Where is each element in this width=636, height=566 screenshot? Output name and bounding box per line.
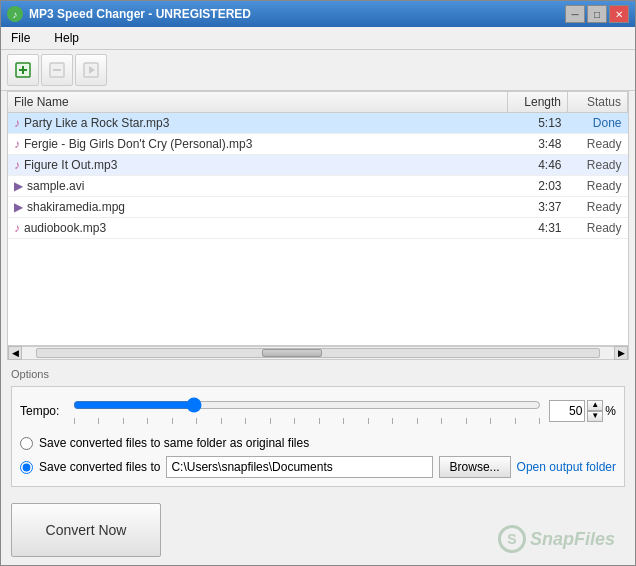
save-path-input[interactable] — [166, 456, 432, 478]
table-row[interactable]: ▶sample.avi2:03Ready — [8, 176, 628, 197]
browse-button[interactable]: Browse... — [439, 456, 511, 478]
file-name-cell: ▶sample.avi — [8, 176, 508, 197]
open-folder-link[interactable]: Open output folder — [517, 460, 616, 474]
scroll-right-btn[interactable]: ▶ — [614, 346, 628, 360]
save-same-folder-row: Save converted files to same folder as o… — [20, 436, 616, 450]
scroll-left-btn[interactable]: ◀ — [8, 346, 22, 360]
tempo-value-group: ▲ ▼ % — [549, 400, 616, 422]
tempo-down-btn[interactable]: ▼ — [587, 411, 603, 422]
table-row[interactable]: ♪Fergie - Big Girls Don't Cry (Personal)… — [8, 134, 628, 155]
options-panel: Options Tempo: — [1, 360, 635, 495]
maximize-button[interactable]: □ — [587, 5, 607, 23]
file-length-cell: 5:13 — [508, 113, 568, 134]
save-to-row: Save converted files to Browse... Open o… — [20, 456, 616, 478]
snapfiles-icon: S — [498, 525, 526, 553]
menu-help[interactable]: Help — [48, 29, 85, 47]
close-button[interactable]: ✕ — [609, 5, 629, 23]
file-name-cell: ♪audiobook.mp3 — [8, 218, 508, 239]
col-length: Length — [508, 92, 568, 113]
file-status-cell: Ready — [568, 218, 628, 239]
options-title: Options — [11, 368, 625, 380]
table-row[interactable]: ▶shakiramedia.mpg3:37Ready — [8, 197, 628, 218]
file-length-cell: 3:48 — [508, 134, 568, 155]
tempo-up-btn[interactable]: ▲ — [587, 400, 603, 411]
menu-bar: File Help — [1, 27, 635, 50]
tempo-label: Tempo: — [20, 404, 65, 418]
file-table[interactable]: File Name Length Status ♪Party Like a Ro… — [7, 91, 629, 346]
play-button[interactable] — [75, 54, 107, 86]
tempo-value-input[interactable] — [549, 400, 585, 422]
file-name-cell: ♪Party Like a Rock Star.mp3 — [8, 113, 508, 134]
minimize-button[interactable]: ─ — [565, 5, 585, 23]
tempo-pct: % — [605, 404, 616, 418]
tick-marks — [73, 418, 541, 426]
file-length-cell: 2:03 — [508, 176, 568, 197]
file-length-cell: 3:37 — [508, 197, 568, 218]
app-icon: ♪ — [7, 6, 23, 22]
col-filename: File Name — [8, 92, 508, 113]
file-length-cell: 4:46 — [508, 155, 568, 176]
horizontal-scrollbar[interactable]: ◀ ▶ — [7, 346, 629, 360]
tempo-spinner: ▲ ▼ — [587, 400, 603, 422]
file-length-cell: 4:31 — [508, 218, 568, 239]
table-row[interactable]: ♪Party Like a Rock Star.mp35:13Done — [8, 113, 628, 134]
tempo-slider-container — [73, 395, 541, 426]
watermark-text: SnapFiles — [530, 529, 615, 550]
watermark: S SnapFiles — [498, 525, 615, 553]
bottom-bar: Convert Now S SnapFiles — [1, 495, 635, 565]
toolbar — [1, 50, 635, 91]
convert-now-button[interactable]: Convert Now — [11, 503, 161, 557]
add-files-button[interactable] — [7, 54, 39, 86]
file-status-cell: Ready — [568, 155, 628, 176]
title-bar: ♪ MP3 Speed Changer - UNREGISTERED ─ □ ✕ — [1, 1, 635, 27]
save-same-folder-radio[interactable] — [20, 437, 33, 450]
window-title: MP3 Speed Changer - UNREGISTERED — [29, 7, 251, 21]
file-status-cell: Ready — [568, 197, 628, 218]
scrollbar-track[interactable] — [36, 348, 600, 358]
remove-files-button[interactable] — [41, 54, 73, 86]
file-status-cell: Ready — [568, 134, 628, 155]
save-to-label: Save converted files to — [39, 460, 160, 474]
title-controls: ─ □ ✕ — [565, 5, 629, 23]
save-same-folder-label: Save converted files to same folder as o… — [39, 436, 309, 450]
tempo-row: Tempo: — [20, 395, 616, 426]
tempo-slider[interactable] — [73, 395, 541, 415]
file-name-cell: ▶shakiramedia.mpg — [8, 197, 508, 218]
title-bar-left: ♪ MP3 Speed Changer - UNREGISTERED — [7, 6, 251, 22]
save-to-radio[interactable] — [20, 461, 33, 474]
col-status: Status — [568, 92, 628, 113]
file-name-cell: ♪Fergie - Big Girls Don't Cry (Personal)… — [8, 134, 508, 155]
main-window: ♪ MP3 Speed Changer - UNREGISTERED ─ □ ✕… — [0, 0, 636, 566]
file-name-cell: ♪Figure It Out.mp3 — [8, 155, 508, 176]
file-status-cell: Ready — [568, 176, 628, 197]
options-group: Tempo: — [11, 386, 625, 487]
file-status-cell: Done — [568, 113, 628, 134]
table-row[interactable]: ♪audiobook.mp34:31Ready — [8, 218, 628, 239]
table-row[interactable]: ♪Figure It Out.mp34:46Ready — [8, 155, 628, 176]
menu-file[interactable]: File — [5, 29, 36, 47]
scrollbar-thumb[interactable] — [262, 349, 322, 357]
